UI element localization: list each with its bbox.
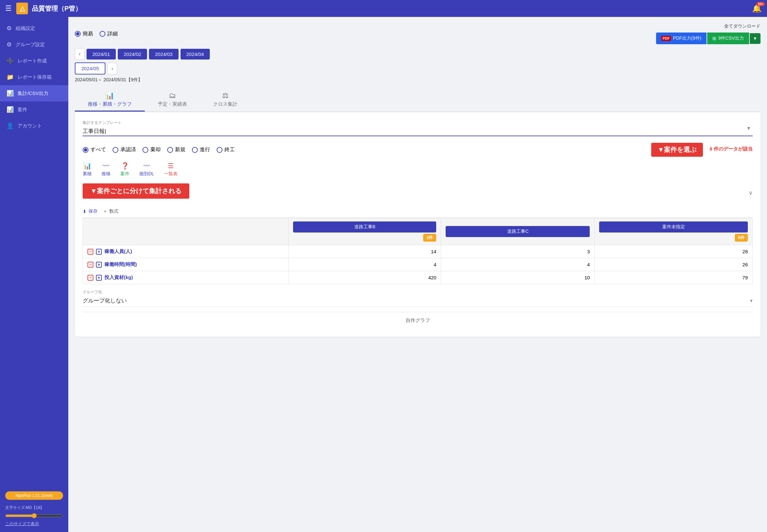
chevron-down-icon[interactable]: ∨ [748, 189, 753, 196]
version-badge: NipoPlus 1.51.1(web) [5, 491, 63, 500]
sidebar-item-label: 組織設定 [16, 25, 35, 32]
radio-circle [167, 147, 173, 153]
tab-trend[interactable]: 📊 推移・累積・グラフ [75, 88, 145, 112]
list-icon: ☰ [168, 162, 174, 170]
sidebar-item-cases[interactable]: 📊 案件 [0, 101, 68, 118]
tab-schedule-label: 予定・実績表 [158, 101, 187, 107]
sidebar-item-account[interactable]: 👤 アカウント [0, 118, 68, 134]
data-table: 道路工事B 2件 道路工事C 案件未指定 5件 − [83, 218, 753, 284]
month-tab-2024-01[interactable]: 2024/01 [87, 49, 116, 60]
month-tab-2024-03[interactable]: 2024/03 [149, 49, 178, 60]
status-complete-label: 終工 [224, 146, 235, 153]
subtab-cumulative[interactable]: 📊 累積 [83, 162, 92, 177]
status-new[interactable]: 新規 [167, 146, 185, 153]
formula-button[interactable]: ＋ 数式 [103, 208, 118, 214]
view-tabs: 📊 推移・累積・グラフ 🗂 予定・実績表 ⚖ クロス集計 [75, 88, 760, 112]
notification-bell[interactable]: 🔔 10+ [752, 4, 762, 13]
footer-graph: 自作グラフ [83, 312, 753, 329]
next-month-button[interactable]: › [107, 63, 117, 74]
month-tab-2024-04[interactable]: 2024/04 [181, 49, 210, 60]
subtab-individual[interactable]: 〰 個別DL [139, 162, 154, 177]
radio-circle [113, 147, 118, 153]
group-value: グループ化しない [83, 297, 127, 304]
col-header-button-road-b[interactable]: 道路工事B [293, 221, 436, 233]
radio-circle [142, 147, 148, 153]
header: ☰ △ 品質管理（P管） 🔔 10+ [0, 0, 767, 17]
expand-button[interactable]: + [96, 249, 102, 255]
col-header-button-unspecified[interactable]: 案件未指定 [599, 221, 748, 233]
status-progress[interactable]: 進行 [192, 146, 210, 153]
page-title: 品質管理（P管） [32, 4, 752, 13]
tab-trend-label: 推移・累積・グラフ [88, 101, 132, 107]
main-content: 簡易 詳細 全てダウンロード PDF PDF出力(9件) ⊞ 9件CSV出力 ▼ [68, 17, 767, 532]
grid-icon: ⊞ [712, 36, 716, 41]
status-progress-label: 進行 [200, 146, 210, 153]
col-header-button-road-c[interactable]: 道路工事C [446, 226, 590, 237]
sidebar-item-org-settings[interactable]: ⚙ 組織設定 [0, 20, 68, 36]
row-value-workers-b: 14 [289, 245, 441, 258]
radio-simple[interactable]: 簡易 [75, 31, 93, 37]
status-filter: すべて 承認済 棄却 新規 進行 終工 ▼案件 [83, 143, 753, 157]
tab-cross[interactable]: ⚖ クロス集計 [200, 88, 250, 112]
save-button[interactable]: ⬇ 保存 [83, 208, 98, 214]
month-tab-2024-02[interactable]: 2024/02 [118, 49, 147, 60]
row-value-materials-unspecified: 79 [595, 271, 753, 284]
pdf-export-button[interactable]: PDF PDF出力(9件) [656, 33, 706, 44]
main-card: 集計するテンプレート 工事日報| ▾ すべて 承認済 棄却 新規 [75, 112, 760, 337]
sidebar-item-report-create[interactable]: ➕ レポート作成 [0, 53, 68, 69]
status-approved[interactable]: 承認済 [113, 146, 136, 153]
subtab-cumulative-label: 累積 [83, 171, 92, 177]
folder-icon: 📁 [7, 73, 14, 81]
status-rejected[interactable]: 棄却 [142, 146, 161, 153]
radio-circle-simple [75, 31, 81, 37]
col-badge-unspecified: 5件 [735, 234, 748, 242]
collapse-button[interactable]: − [87, 249, 93, 255]
sidebar-item-group-settings[interactable]: ⚙ グループ設定 [0, 36, 68, 53]
group-row: グループ化 グループ化しない ▾ [83, 289, 753, 307]
radio-circle [217, 147, 222, 153]
radio-detail[interactable]: 詳細 [100, 31, 118, 37]
expand-button[interactable]: + [96, 275, 102, 281]
trend-icon: 〰 [103, 162, 109, 170]
sidebar-item-label: アカウント [18, 123, 42, 129]
sidebar-item-aggregate[interactable]: 📊 集計/CSV出力 [0, 85, 68, 101]
subtab-list[interactable]: ☰ 一覧表 [164, 162, 178, 177]
view-mode-group: 簡易 詳細 [75, 31, 118, 37]
row-value-workers-unspecified: 28 [595, 245, 753, 258]
footer-graph-label: 自作グラフ [406, 317, 430, 323]
gear-icon: ⚙ [7, 25, 12, 32]
download-controls: 全てダウンロード PDF PDF出力(9件) ⊞ 9件CSV出力 ▼ [656, 23, 760, 44]
expand-button[interactable]: + [96, 262, 102, 268]
prev-month-button[interactable]: ‹ [75, 48, 85, 60]
sidebar-item-label: グループ設定 [16, 42, 45, 48]
template-label: 集計するテンプレート [83, 120, 753, 126]
formula-label: 数式 [109, 208, 118, 214]
template-selector-row: 集計するテンプレート 工事日報| ▾ [83, 120, 753, 136]
collapse-button[interactable]: − [87, 262, 93, 268]
template-select[interactable]: 工事日報| [83, 127, 753, 136]
table-col-unspecified: 案件未指定 5件 [595, 218, 753, 245]
gear-icon: ⚙ [7, 41, 12, 48]
table-icon: 🗂 [169, 91, 176, 100]
csv-arrow-button[interactable]: ▼ [750, 33, 760, 44]
plus-icon: ＋ [103, 208, 107, 214]
collapse-button[interactable]: − [87, 275, 93, 281]
menu-icon[interactable]: ☰ [5, 4, 12, 13]
subtab-individual-label: 個別DL [139, 171, 154, 177]
status-all[interactable]: すべて [83, 146, 106, 153]
subtab-trend[interactable]: 〰 推移 [101, 162, 111, 177]
display-size-button[interactable]: このサイズで表示 [5, 521, 63, 527]
table-header-empty [83, 218, 289, 245]
csv-export-button[interactable]: ⊞ 9件CSV出力 [707, 33, 749, 44]
subtab-case[interactable]: ❓ 案件 [120, 162, 129, 177]
row-label-workers: − + 稼働人員(人) [83, 245, 289, 258]
group-select-row[interactable]: グループ化しない ▾ [83, 295, 753, 307]
sidebar-item-report-box[interactable]: 📁 レポート保存箱 [0, 69, 68, 85]
radio-circle-detail [100, 31, 105, 37]
row-label-text: 稼働時間(時間) [104, 261, 137, 268]
status-approved-label: 承認済 [120, 146, 136, 153]
font-size-slider[interactable] [5, 513, 63, 518]
status-complete[interactable]: 終工 [217, 146, 235, 153]
tab-schedule[interactable]: 🗂 予定・実績表 [145, 88, 200, 112]
month-tab-2024-05[interactable]: 2024/05 [75, 62, 105, 74]
